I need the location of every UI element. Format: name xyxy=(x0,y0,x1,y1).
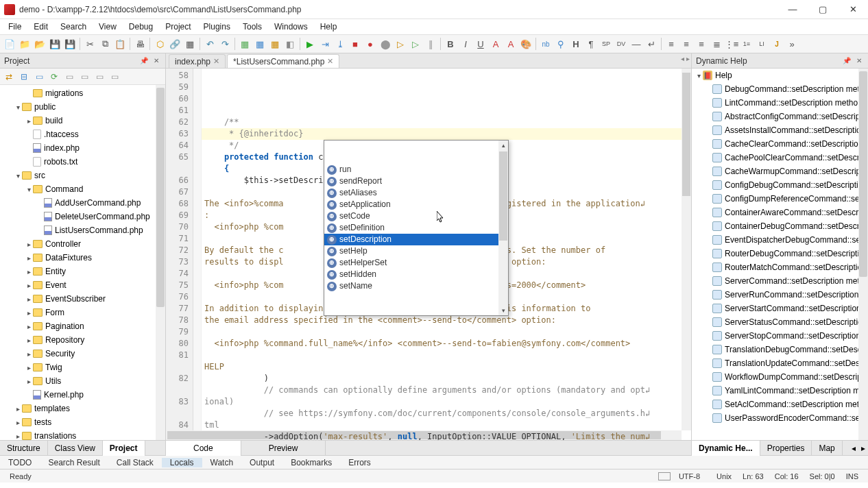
menu-debug[interactable]: Debug xyxy=(123,21,158,33)
help-item[interactable]: RouterMatchCommand::setDescriptio xyxy=(692,260,868,274)
align-center-icon[interactable]: ≡ xyxy=(679,37,693,51)
help-root[interactable]: ▾ 📕 Help xyxy=(692,69,868,82)
show-icon[interactable]: ▭ xyxy=(33,71,45,83)
stop-icon[interactable]: ■ xyxy=(348,37,362,51)
tree-item[interactable]: ▸tests xyxy=(0,415,165,429)
tab-watch[interactable]: Watch xyxy=(202,458,242,467)
scroll-down-icon[interactable]: ▾ xyxy=(498,306,508,315)
sync-icon[interactable]: ⇄ xyxy=(3,71,15,83)
new-file-icon[interactable]: 📄 xyxy=(3,37,16,51)
menu-file[interactable]: File xyxy=(3,21,27,33)
caret-icon[interactable]: ▸ xyxy=(25,295,33,303)
tool-icon[interactable]: ◧ xyxy=(283,37,297,51)
scrollbar[interactable] xyxy=(156,85,165,440)
tree-item[interactable]: ▸EventSubscriber xyxy=(0,292,165,306)
help-item[interactable]: SetAclCommand::setDescription meth xyxy=(692,398,868,411)
debug-icon[interactable]: ▷ xyxy=(409,37,422,51)
help-item[interactable]: EventDispatcherDebugCommand::se xyxy=(692,233,868,247)
close-icon[interactable]: ✕ xyxy=(854,56,864,66)
menu-plugins[interactable]: Plugins xyxy=(198,21,236,33)
scroll-up-icon[interactable]: ▴ xyxy=(498,141,508,150)
list-ol-icon[interactable]: 1≡ xyxy=(740,37,754,51)
menu-tools[interactable]: Tools xyxy=(237,21,267,33)
menu-help[interactable]: Help xyxy=(315,21,343,33)
refresh-icon[interactable]: ⟳ xyxy=(48,71,60,83)
caret-icon[interactable]: ▾ xyxy=(14,172,22,180)
tree-item[interactable]: ▸Event xyxy=(0,278,165,292)
color-icon[interactable]: 🎨 xyxy=(519,37,533,51)
help-item[interactable]: ServerRunCommand::setDescription m xyxy=(692,288,868,302)
help-item[interactable]: ContainerDebugCommand::setDescri xyxy=(692,219,868,233)
tree-item[interactable]: ▾public xyxy=(0,100,165,114)
help-item[interactable]: AssetsInstallCommand::setDescriptio xyxy=(692,123,868,137)
caret-icon[interactable]: ▸ xyxy=(25,254,33,262)
caret-icon[interactable]: ▸ xyxy=(25,241,33,248)
tab-scroll-left-icon[interactable]: ◂ xyxy=(849,441,858,456)
align-left-icon[interactable]: ≡ xyxy=(664,37,678,51)
autocomplete-item[interactable]: ⊕setApplication xyxy=(324,199,508,210)
tree-item[interactable]: ▸translations xyxy=(0,429,165,440)
more-icon[interactable]: » xyxy=(785,37,799,51)
tool-icon[interactable]: ▦ xyxy=(183,37,197,51)
tree-item[interactable]: ▸templates xyxy=(0,402,165,415)
pin-icon[interactable]: 📌 xyxy=(139,56,149,66)
autocomplete-item[interactable]: ⊕sendReport xyxy=(324,175,508,187)
caret-icon[interactable]: ▾ xyxy=(25,186,33,193)
tab-locals[interactable]: Locals xyxy=(162,458,202,467)
debug-step-icon[interactable]: ⤓ xyxy=(333,37,347,51)
tree-item[interactable]: ▾src xyxy=(0,169,165,182)
tool-icon[interactable]: ▭ xyxy=(108,71,121,83)
help-item[interactable]: ServerStartCommand::setDescription xyxy=(692,302,868,315)
tree-item[interactable]: ListUsersCommand.php xyxy=(0,223,165,237)
tree-item[interactable]: migrations xyxy=(0,86,165,100)
print-icon[interactable]: 🖶 xyxy=(133,37,147,51)
help-item[interactable]: ContainerAwareCommand::setDescri xyxy=(692,206,868,219)
tab-search-result[interactable]: Search Result xyxy=(40,458,108,467)
redo-icon[interactable]: ↷ xyxy=(218,37,232,51)
list-ul-icon[interactable]: ⋮≡ xyxy=(725,37,738,51)
tree-item[interactable]: ▸Repository xyxy=(0,333,165,347)
div-icon[interactable]: DV xyxy=(614,37,628,51)
tab-map[interactable]: Map xyxy=(812,441,842,456)
autocomplete-item[interactable]: ⊕setHidden xyxy=(324,269,508,280)
tree-item[interactable]: ▸Controller xyxy=(0,237,165,251)
caret-icon[interactable]: ▸ xyxy=(25,117,33,125)
help-item[interactable]: ServerCommand::setDescription met xyxy=(692,274,868,288)
debug-step-icon[interactable]: ⇥ xyxy=(318,37,332,51)
help-item[interactable]: WorkflowDumpCommand::setDescrip xyxy=(692,370,868,384)
autocomplete-item[interactable]: ⊕setHelp xyxy=(324,245,508,257)
caret-icon[interactable]: ▸ xyxy=(25,364,33,371)
tool-icon[interactable]: ▭ xyxy=(93,71,106,83)
run-icon[interactable]: ▶ xyxy=(303,37,317,51)
caret-icon[interactable]: ▸ xyxy=(25,282,33,289)
tree-item[interactable]: AddUserCommand.php xyxy=(0,196,165,210)
tab-right-icon[interactable]: ▸ xyxy=(686,55,690,62)
tab-left-icon[interactable]: ◂ xyxy=(681,55,684,62)
help-item[interactable]: AbstractConfigCommand::setDescrip xyxy=(692,110,868,123)
tree-item[interactable]: ▸Form xyxy=(0,306,165,319)
breakpoint-icon[interactable]: ● xyxy=(363,37,377,51)
bold-icon[interactable]: B xyxy=(444,37,457,51)
tree-item[interactable]: DeleteUserCommand.php xyxy=(0,210,165,223)
tree-item[interactable]: .htaccess xyxy=(0,127,165,141)
save-icon[interactable]: 💾 xyxy=(48,37,62,51)
code-area[interactable]: /** * {@inheritdoc} */ protected functio… xyxy=(202,69,691,440)
tab-code[interactable]: Code xyxy=(166,441,241,456)
help-item[interactable]: TranslationUpdateCommand::setDes xyxy=(692,356,868,370)
fold-gutter[interactable] xyxy=(193,69,202,440)
menu-project[interactable]: Project xyxy=(160,21,196,33)
tool-icon[interactable]: ▦ xyxy=(268,37,282,51)
tab-project[interactable]: Project xyxy=(103,441,145,456)
caret-icon[interactable]: ▸ xyxy=(25,268,33,276)
tree-item[interactable]: robots.txt xyxy=(0,155,165,169)
text-icon[interactable]: A xyxy=(504,37,518,51)
caret-icon[interactable]: ▸ xyxy=(14,405,22,413)
save-all-icon[interactable]: 💾 xyxy=(63,37,77,51)
close-button[interactable]: ✕ xyxy=(838,0,868,19)
tab-todo[interactable]: TODO xyxy=(0,458,40,467)
caret-icon[interactable]: ▸ xyxy=(14,419,22,426)
tree-item[interactable]: ▸Security xyxy=(0,347,165,361)
menu-windows[interactable]: Windows xyxy=(269,21,313,33)
tab-preview[interactable]: Preview xyxy=(241,441,326,456)
new-project-icon[interactable]: 📁 xyxy=(18,37,32,51)
